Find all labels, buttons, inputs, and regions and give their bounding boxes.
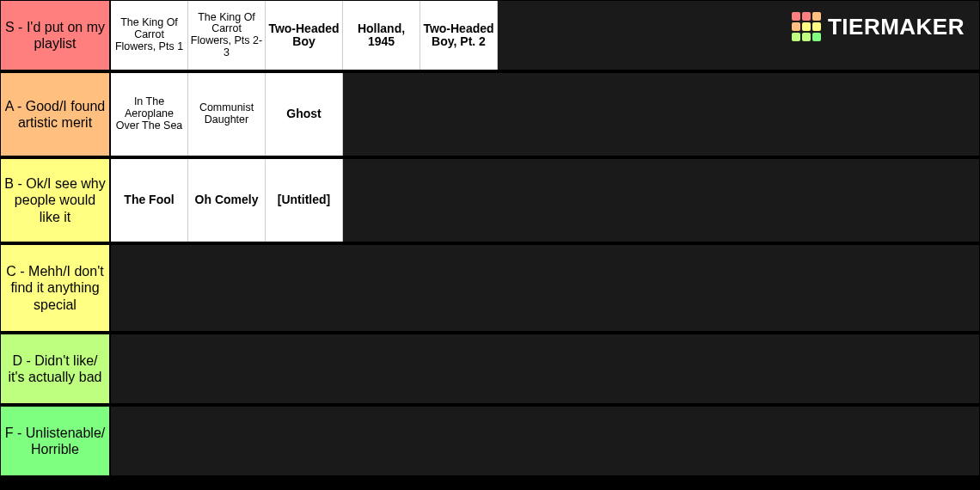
tier-label-a[interactable]: A - Good/I found artistic merit — [0, 72, 110, 156]
tier-item[interactable]: The King Of Carrot Flowers, Pts 1 — [111, 1, 188, 70]
logo-cell — [802, 22, 811, 31]
tier-item[interactable]: Two-Headed Boy — [266, 1, 343, 70]
tier-label-b[interactable]: B - Ok/I see why people would like it — [0, 158, 110, 242]
logo-cell — [802, 33, 811, 41]
tier-row-a: A - Good/I found artistic merit In The A… — [0, 72, 980, 158]
tier-items-d[interactable] — [110, 334, 980, 404]
logo-grid-icon — [792, 12, 821, 41]
tier-label-f[interactable]: F - Unlistenable/ Horrible — [0, 406, 110, 476]
logo-cell — [792, 12, 800, 21]
tier-list: S - I'd put on my playlist The King Of C… — [0, 0, 980, 478]
tier-label-s[interactable]: S - I'd put on my playlist — [0, 0, 110, 70]
logo-cell — [802, 12, 811, 21]
tier-row-b: B - Ok/I see why people would like it Th… — [0, 158, 980, 244]
tier-row-d: D - Didn't like/ it's actually bad — [0, 334, 980, 406]
tier-items-f[interactable] — [110, 406, 980, 476]
logo-cell — [812, 12, 821, 21]
logo-cell — [792, 22, 800, 31]
brand-logo[interactable]: TIERMAKER — [792, 12, 965, 41]
tier-item[interactable]: The King Of Carrot Flowers, Pts 2-3 — [188, 1, 266, 70]
tier-item[interactable]: Two-Headed Boy, Pt. 2 — [420, 1, 498, 70]
tier-label-c[interactable]: C - Mehh/I don't find it anything specia… — [0, 244, 110, 332]
tier-item[interactable]: Oh Comely — [188, 159, 266, 242]
tier-item[interactable]: Communist Daughter — [188, 73, 266, 156]
tier-items-b[interactable]: The Fool Oh Comely [Untitled] — [110, 158, 980, 242]
tier-items-c[interactable] — [110, 244, 980, 332]
tier-item[interactable]: Holland, 1945 — [343, 1, 420, 70]
tier-items-a[interactable]: In The Aeroplane Over The Sea Communist … — [110, 72, 980, 156]
brand-name: TIERMAKER — [828, 14, 965, 40]
logo-cell — [812, 33, 821, 41]
tier-row-c: C - Mehh/I don't find it anything specia… — [0, 244, 980, 334]
tier-row-f: F - Unlistenable/ Horrible — [0, 406, 980, 478]
logo-cell — [812, 22, 821, 31]
tier-label-d[interactable]: D - Didn't like/ it's actually bad — [0, 334, 110, 404]
tier-item[interactable]: In The Aeroplane Over The Sea — [111, 73, 188, 156]
tier-item[interactable]: Ghost — [266, 73, 343, 156]
tier-item[interactable]: The Fool — [111, 159, 188, 242]
logo-cell — [792, 33, 800, 41]
tier-item[interactable]: [Untitled] — [266, 159, 343, 242]
